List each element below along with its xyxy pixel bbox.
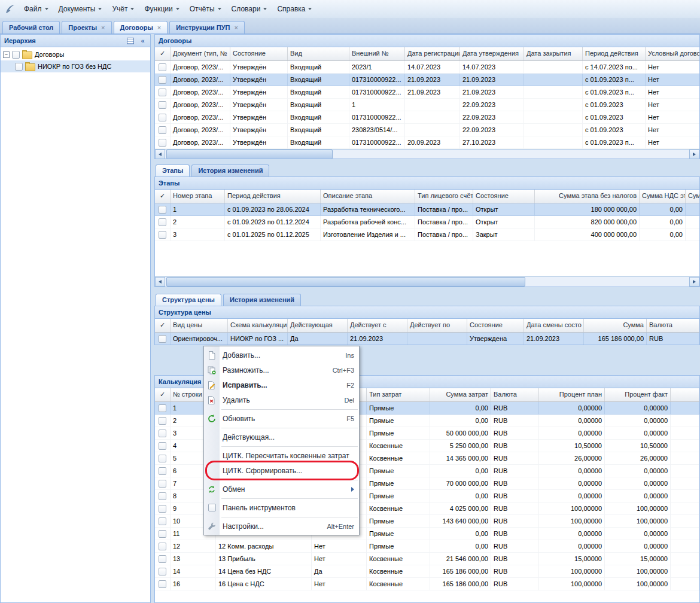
row-checkbox[interactable] [159, 335, 166, 343]
menu-item-citk-generate[interactable]: ЦИТК. Сформировать... [204, 463, 359, 478]
tab-instructions-pup[interactable]: Инструкции ПУП× [169, 21, 245, 34]
table-row[interactable]: Договор, 2023/...УтверждёнВходящий017310… [155, 74, 699, 86]
menu-item-citk-recalculate[interactable]: ЦИТК. Пересчитать косвенные затраты... [204, 448, 359, 463]
tree-node-label[interactable]: Договоры [35, 51, 64, 58]
menu-item-add[interactable]: Добавить... Ins [204, 348, 359, 363]
tree-checkbox[interactable] [12, 51, 20, 59]
scroll-left-button[interactable] [155, 277, 165, 287]
row-checkbox[interactable] [159, 114, 166, 121]
column-header[interactable]: ✓ [155, 319, 171, 332]
scrollbar-track[interactable] [165, 150, 689, 159]
row-checkbox[interactable] [159, 206, 166, 214]
table-row[interactable]: 1616 Цена с НДСНетКосвенные165 186 000,0… [155, 578, 699, 590]
tab-projects[interactable]: Проекты× [62, 21, 111, 34]
row-checkbox[interactable] [159, 404, 166, 412]
row-checkbox[interactable] [159, 417, 166, 425]
collapse-node-icon[interactable]: − [3, 51, 10, 58]
scrollbar-thumb[interactable] [166, 150, 333, 159]
table-row[interactable]: 3с 01.01.2025 по 01.12.2025Изготовление … [155, 229, 699, 241]
row-checkbox[interactable] [159, 467, 166, 475]
tab-price-structure[interactable]: Структура цены [156, 294, 221, 306]
column-header[interactable]: Дата закрытия [524, 47, 583, 60]
scroll-left-button[interactable] [155, 150, 165, 159]
column-header[interactable]: Состояние [230, 47, 288, 60]
column-header[interactable]: Дата смены состо [524, 319, 584, 332]
table-row[interactable]: Договор, 2023/...УтверждёнВходящий017310… [155, 111, 699, 124]
column-header[interactable]: Период действия [583, 47, 646, 60]
tree-node-contracts[interactable]: − Договоры [1, 48, 150, 60]
menu-item-settings[interactable]: Настройки... Alt+Enter [204, 519, 359, 534]
column-header[interactable]: Вид [288, 47, 349, 60]
row-checkbox[interactable] [159, 480, 166, 488]
table-row[interactable]: Договор, 2023/...УтверждёнВходящий2023/1… [155, 61, 699, 74]
horizontal-scrollbar[interactable] [155, 276, 699, 287]
column-header[interactable]: Дата регистрации [405, 47, 460, 60]
row-checkbox[interactable] [159, 231, 166, 239]
menu-item-edit[interactable]: Исправить... F2 [204, 377, 359, 392]
column-header[interactable]: Процент факт [605, 388, 671, 401]
row-checkbox[interactable] [159, 517, 166, 525]
scroll-right-button[interactable] [689, 277, 699, 287]
column-header[interactable]: ✓ [155, 47, 171, 60]
column-header[interactable]: Состояние [467, 319, 524, 332]
scrollbar-track[interactable] [165, 277, 689, 287]
menu-dictionaries[interactable]: Словари [227, 2, 273, 16]
menu-accounting[interactable]: Учёт [107, 2, 139, 16]
column-header[interactable]: Период действия [225, 190, 321, 203]
menu-help[interactable]: Справка [272, 2, 317, 16]
column-header[interactable]: Внешний № [349, 47, 405, 60]
row-checkbox[interactable] [159, 101, 166, 109]
scroll-right-button[interactable] [689, 150, 699, 159]
row-checkbox[interactable] [159, 126, 166, 134]
table-row[interactable]: Договор, 2023/...УтверждёнВходящий017310… [155, 86, 699, 99]
menu-documents[interactable]: Документы [54, 2, 108, 16]
row-checkbox[interactable] [159, 442, 166, 450]
column-header[interactable]: Действующая [288, 319, 348, 332]
column-header[interactable]: Дата утверждения [460, 47, 524, 60]
menu-item-active-calc[interactable]: Действующая... [204, 430, 359, 444]
table-row[interactable]: 2с 01.09.2023 по 01.12.2024Разработка ра… [155, 216, 699, 229]
row-checkbox[interactable] [159, 139, 166, 147]
row-checkbox[interactable] [159, 580, 166, 588]
column-header[interactable]: Описание этапа [321, 190, 415, 203]
tab-stages[interactable]: Этапы [156, 165, 190, 176]
row-checkbox[interactable] [159, 430, 166, 437]
row-checkbox[interactable] [159, 530, 166, 538]
menu-item-duplicate[interactable]: Размножить... Ctrl+F3 [204, 363, 359, 377]
column-header[interactable]: Валюта [647, 319, 699, 332]
tab-contracts[interactable]: Договоры× [114, 21, 168, 34]
table-row[interactable]: Ориентировоч...НИОКР по ГОЗ ...Да21.09.2… [155, 333, 699, 345]
row-checkbox[interactable] [159, 492, 166, 500]
tree-node-label[interactable]: НИОКР по ГОЗ без НДС [38, 63, 111, 70]
menu-file[interactable]: Файл [19, 2, 54, 16]
column-header[interactable]: Сумма [584, 319, 647, 332]
tab-price-history[interactable]: История изменений [223, 294, 301, 306]
row-checkbox[interactable] [159, 89, 166, 96]
row-checkbox[interactable] [159, 76, 166, 84]
column-header[interactable] [671, 388, 699, 401]
tab-stages-history[interactable]: История изменений [191, 165, 269, 176]
tree-node-niokr[interactable]: НИОКР по ГОЗ без НДС [1, 60, 150, 72]
column-header[interactable]: Условный догово [646, 47, 699, 60]
column-header[interactable]: ✓ [155, 388, 171, 401]
horizontal-scrollbar[interactable] [155, 149, 699, 159]
categories-button[interactable] [125, 36, 135, 45]
tab-desktop[interactable]: Рабочий стол [2, 21, 60, 34]
menu-item-refresh[interactable]: Обновить F5 [204, 411, 359, 426]
menu-item-delete[interactable]: Удалить Del [204, 392, 359, 407]
close-icon[interactable]: × [157, 25, 161, 31]
column-header[interactable]: Документ (тип, № [171, 47, 230, 60]
menu-reports[interactable]: Отчёты [185, 2, 227, 16]
column-header[interactable]: Тип затрат [367, 388, 430, 401]
column-header[interactable]: Сумма НДС этапа [640, 190, 686, 203]
row-checkbox[interactable] [159, 505, 166, 513]
scrollbar-thumb[interactable] [166, 277, 525, 287]
column-header[interactable]: Тип лицевого счёт [415, 190, 473, 203]
row-checkbox[interactable] [159, 63, 166, 71]
collapse-panel-button[interactable]: « [138, 36, 148, 45]
table-row[interactable]: 1414 Цена без НДСДаКосвенные165 186 000,… [155, 565, 699, 578]
close-icon[interactable]: × [235, 25, 238, 31]
table-row[interactable]: 1313 ПрибыльНетКосвенные21 546 000,00RUB… [155, 553, 699, 565]
column-header[interactable]: ✓ [155, 190, 171, 203]
row-checkbox[interactable] [159, 218, 166, 226]
